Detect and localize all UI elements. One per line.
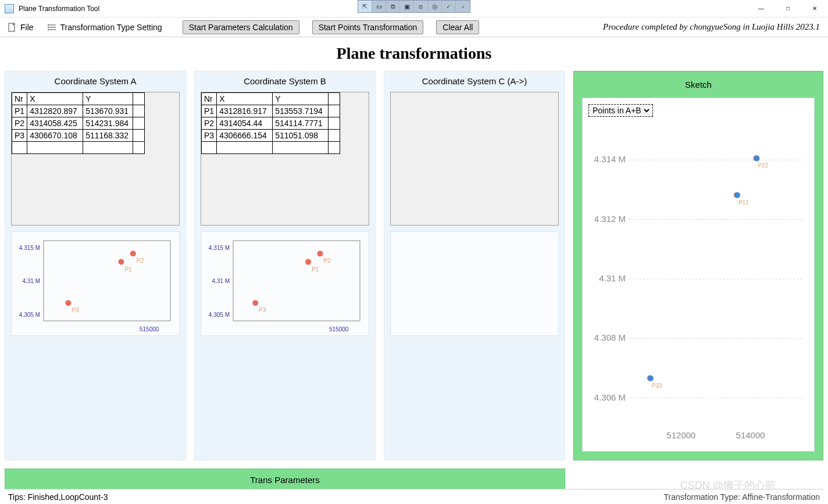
svg-text:4.312 M: 4.312 M bbox=[594, 214, 626, 224]
svg-text:4.315 M: 4.315 M bbox=[209, 245, 230, 251]
svg-text:P11: P11 bbox=[738, 199, 749, 206]
system-c-title: Coordinate System C (A->) bbox=[390, 76, 559, 86]
mini-chart-c bbox=[390, 231, 559, 336]
table-row: P14312816.917513553.7194 bbox=[202, 105, 340, 117]
status-transformation-type: Transformation Type: Affine-Transformati… bbox=[664, 492, 823, 502]
svg-point-31 bbox=[317, 251, 323, 256]
svg-point-4 bbox=[48, 24, 49, 26]
svg-text:4.308 M: 4.308 M bbox=[594, 333, 626, 342]
floating-debug-toolbar: ⇱ ▭ ⧉ ▣ ⧈ ◎ ✓ ‹ bbox=[358, 0, 470, 13]
table-row bbox=[12, 142, 145, 154]
svg-text:P1: P1 bbox=[312, 266, 319, 273]
clear-all-button[interactable]: Clear All bbox=[436, 20, 479, 34]
svg-point-19 bbox=[65, 300, 71, 306]
svg-point-50 bbox=[734, 192, 740, 198]
mini-chart-a: 4.315 M4.31 M4.305 M515000P1P2P3 bbox=[11, 231, 180, 336]
window-maximize-button[interactable]: □ bbox=[775, 0, 801, 17]
svg-text:514000: 514000 bbox=[736, 430, 765, 440]
ft-btn-4[interactable]: ⧈ bbox=[414, 1, 428, 12]
panel-system-c: Coordinate System C (A->) bbox=[384, 71, 565, 460]
sketch-title: Sketch bbox=[582, 80, 815, 90]
table-b[interactable]: NrXY P14312816.917513553.7194 P24314054.… bbox=[201, 92, 369, 226]
svg-text:P2: P2 bbox=[324, 258, 331, 264]
window-close-button[interactable]: ✕ bbox=[801, 0, 828, 17]
svg-text:515000: 515000 bbox=[140, 326, 159, 333]
table-a[interactable]: NrXY P14312820.897513670.931 P24314058.4… bbox=[11, 92, 180, 226]
table-row bbox=[202, 142, 340, 154]
ft-btn-6[interactable]: ✓ bbox=[442, 1, 456, 12]
system-b-title: Coordinate System B bbox=[201, 76, 369, 86]
th-y: Y bbox=[83, 93, 133, 105]
ft-btn-7[interactable]: ‹ bbox=[456, 1, 470, 12]
panel-system-a: Coordinate System A NrXY P14312820.89751… bbox=[5, 71, 186, 460]
ft-btn-3[interactable]: ▣ bbox=[400, 1, 414, 12]
transformation-type-setting-menu[interactable]: Transformation Type Setting bbox=[42, 20, 167, 35]
tsetting-label: Transformation Type Setting bbox=[60, 23, 162, 32]
th-nr: Nr bbox=[12, 93, 27, 105]
svg-text:P3: P3 bbox=[72, 307, 79, 313]
svg-point-29 bbox=[305, 259, 311, 265]
svg-text:4.314 M: 4.314 M bbox=[594, 154, 626, 164]
system-a-title: Coordinate System A bbox=[11, 76, 180, 86]
panel-sketch: Sketch Points in A+B 4.314 M4.312 M4.31 … bbox=[573, 71, 823, 460]
svg-point-15 bbox=[118, 259, 124, 265]
table-c[interactable] bbox=[390, 92, 559, 226]
svg-text:P3: P3 bbox=[259, 307, 266, 313]
svg-point-17 bbox=[130, 251, 136, 256]
mini-chart-b: 4.315 M4.31 M4.305 M515000P1P2P3 bbox=[201, 231, 369, 336]
panel-system-b: Coordinate System B NrXY P14312816.91751… bbox=[194, 71, 376, 460]
ft-btn-5[interactable]: ◎ bbox=[428, 1, 442, 12]
svg-text:P22: P22 bbox=[758, 162, 768, 169]
svg-point-52 bbox=[754, 155, 759, 161]
file-label: File bbox=[20, 23, 34, 32]
table-row: P24314058.425514231.984 bbox=[12, 117, 145, 130]
file-menu[interactable]: File bbox=[2, 20, 39, 35]
window-minimize-button[interactable]: — bbox=[748, 0, 775, 17]
sketch-chart: Points in A+B 4.314 M4.312 M4.31 M4.308 … bbox=[582, 98, 815, 452]
start-parameters-calculation-button[interactable]: Start Parameters Calculation bbox=[183, 20, 299, 34]
svg-text:4.31 M: 4.31 M bbox=[212, 278, 230, 284]
ft-btn-0[interactable]: ⇱ bbox=[358, 1, 372, 12]
table-row: P14312820.897513670.931 bbox=[12, 105, 145, 117]
page-title: Plane transformations bbox=[5, 44, 823, 63]
svg-text:515000: 515000 bbox=[329, 326, 349, 333]
svg-text:4.315 M: 4.315 M bbox=[19, 245, 40, 251]
titlebar: Plane Transformation Tool ⇱ ▭ ⧉ ▣ ⧈ ◎ ✓ … bbox=[0, 0, 828, 17]
th-x: X bbox=[27, 93, 83, 105]
ft-btn-1[interactable]: ▭ bbox=[372, 1, 386, 12]
svg-point-54 bbox=[648, 376, 654, 381]
svg-point-33 bbox=[252, 300, 258, 306]
svg-text:4.31 M: 4.31 M bbox=[599, 273, 626, 283]
start-points-transformation-button[interactable]: Start Points Transformation bbox=[312, 20, 424, 34]
svg-text:P2: P2 bbox=[137, 258, 144, 264]
statusbar: Tips: Finished,LoopCount-3 Transformatio… bbox=[5, 489, 823, 504]
app-title: Plane Transformation Tool bbox=[19, 5, 99, 13]
svg-point-6 bbox=[48, 29, 49, 30]
svg-text:P33: P33 bbox=[652, 383, 662, 389]
svg-text:4.31 M: 4.31 M bbox=[22, 278, 40, 284]
table-row: P34306670.108511168.332 bbox=[12, 130, 145, 142]
svg-text:4.306 M: 4.306 M bbox=[594, 392, 626, 402]
svg-point-5 bbox=[48, 27, 49, 28]
svg-text:512000: 512000 bbox=[666, 430, 695, 440]
credit-text: Procedure completed by chongyueSong in L… bbox=[603, 22, 820, 32]
svg-text:P1: P1 bbox=[124, 266, 132, 273]
svg-text:4.305 M: 4.305 M bbox=[19, 312, 40, 318]
file-icon bbox=[8, 23, 17, 32]
toolbar: File Transformation Type Setting Start P… bbox=[0, 17, 828, 37]
transpar-title: Trans Parameters bbox=[11, 475, 559, 485]
ft-btn-2[interactable]: ⧉ bbox=[386, 1, 400, 12]
table-row: P34306666.154511051.098 bbox=[202, 130, 340, 142]
svg-text:4.305 M: 4.305 M bbox=[209, 312, 230, 318]
status-tips: Tips: Finished,LoopCount-3 bbox=[5, 492, 108, 502]
app-icon bbox=[5, 4, 14, 13]
table-row: P24314054.44514114.7771 bbox=[202, 117, 340, 130]
list-icon bbox=[48, 23, 57, 32]
